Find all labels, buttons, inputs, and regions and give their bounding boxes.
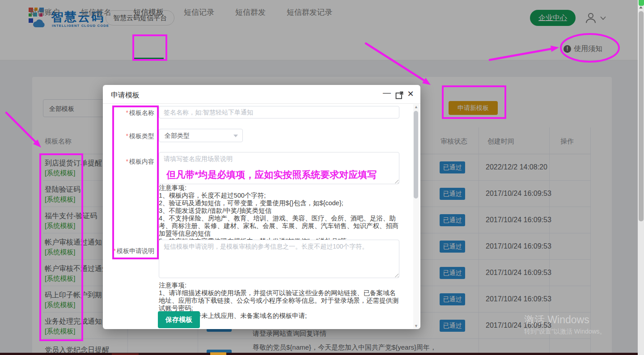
template-name-input[interactable] xyxy=(159,106,399,118)
modal-scrollbar-thumb[interactable] xyxy=(414,111,418,199)
modal-scrollbar[interactable]: ▲ ▼ xyxy=(413,104,419,329)
field-label-template-content: *模板内容 xyxy=(110,158,154,166)
required-asterisk: * xyxy=(114,247,116,254)
scroll-up-icon[interactable]: ▲ xyxy=(413,105,419,109)
field-label-template-type: *模板类型 xyxy=(110,132,154,140)
template-type-select[interactable]: 全部类型 xyxy=(159,129,243,142)
extension-corner-tab[interactable] xyxy=(639,0,644,6)
field-label-template-name: *模板名称 xyxy=(110,109,154,117)
required-asterisk: * xyxy=(126,109,128,116)
required-asterisk: * xyxy=(126,158,128,165)
save-template-button[interactable]: 保存模板 xyxy=(158,311,200,328)
browser-scrollbar-thumb[interactable] xyxy=(639,11,644,221)
annotation-required-note: 但凡带*均是必填项，应如实按照系统要求对应填写 xyxy=(166,169,401,181)
page: 智慧云码 INTELLIGENT CLOUD CODE 智慧云码短信平台 企业中… xyxy=(0,0,644,355)
apply-description-textarea[interactable] xyxy=(159,240,399,278)
windows-activation-watermark: 激活 Windows xyxy=(524,313,589,327)
content-notes: 注意事项: 1、模板内容，长度不超过500个字符; 2、验证码及通知短信，可带变… xyxy=(159,184,400,245)
scroll-down-icon[interactable]: ▼ xyxy=(413,324,419,328)
close-icon[interactable]: ✕ xyxy=(406,89,415,98)
apply-template-modal: 申请模板 — ✕ *模板名称 *模板类型 全部类型 *模板内容 注意事项: xyxy=(103,85,420,329)
template-type-value: 全部类型 xyxy=(165,132,190,139)
bottom-fragment xyxy=(112,353,139,355)
modal-titlebar xyxy=(103,85,420,104)
modal-title: 申请模板 xyxy=(111,91,140,100)
minimize-icon[interactable]: — xyxy=(382,88,391,97)
bottom-fragment xyxy=(210,352,226,355)
scrollbar-up-icon[interactable] xyxy=(639,6,643,8)
browser-scrollbar[interactable] xyxy=(638,0,644,355)
caret-down-icon xyxy=(233,135,238,137)
windows-activation-watermark-sub: 转到"设置"以激活 Windows。 xyxy=(524,328,606,336)
field-label-apply-description: *模板申请说明 xyxy=(110,247,154,255)
required-asterisk: * xyxy=(126,132,128,139)
bottom-edge-bar xyxy=(0,353,644,355)
maximize-icon[interactable] xyxy=(395,91,404,100)
